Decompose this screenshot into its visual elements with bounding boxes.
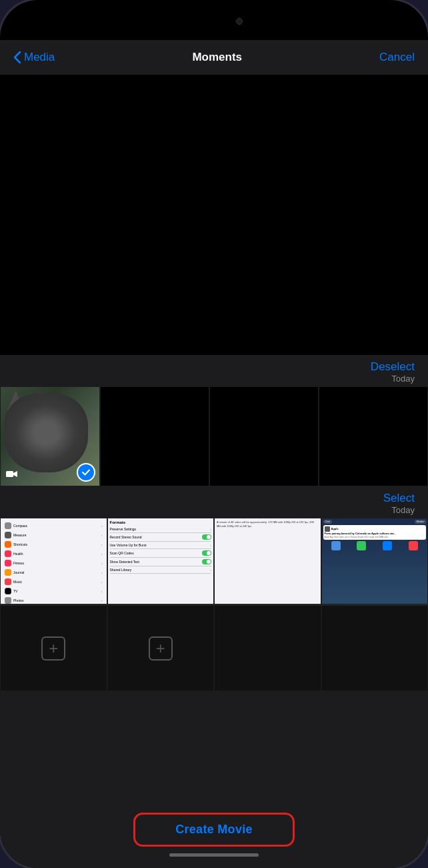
ios-home-screen: Clock Weather Apple Paris pairing banned… <box>322 518 428 604</box>
maps-app-icon <box>357 541 366 550</box>
empty-cell-1[interactable]: + <box>0 605 107 691</box>
screenshot-row: Compass › Measure › Shortcuts › <box>0 518 428 604</box>
settings-item-journal: Journal <box>13 570 101 574</box>
chevron-left-icon <box>13 51 21 64</box>
back-button[interactable]: Media <box>13 51 55 64</box>
settings-screenshot-cell[interactable]: Compass › Measure › Shortcuts › <box>0 518 107 604</box>
weather-widget: Weather <box>415 520 426 524</box>
nav-header: Media Moments Cancel <box>0 40 428 75</box>
wolf-video-cell[interactable] <box>0 386 100 486</box>
formats-row-library: Shared Library › <box>110 566 212 574</box>
settings-icon-tv <box>5 588 11 594</box>
qr-toggle <box>202 550 211 556</box>
settings-item-shortcuts: Shortcuts <box>13 542 101 546</box>
empty-photo-cell-4 <box>319 386 428 486</box>
formats-title: Formats <box>110 520 212 524</box>
settings-icon-shortcuts <box>5 541 11 548</box>
watch-app-icon <box>331 541 341 550</box>
empty-cell-3 <box>214 605 321 691</box>
news-sub: Apple App Store sales rise in Europe des… <box>325 536 425 538</box>
empty-cell-2[interactable]: + <box>107 605 215 691</box>
select-button[interactable]: Select <box>383 492 415 505</box>
settings-item-music: Music <box>13 580 101 584</box>
create-movie-button[interactable]: Create Movie <box>133 813 295 847</box>
news-source: Apple <box>331 528 339 531</box>
wolf-head <box>4 394 88 472</box>
formats-row-burst: Use Volume Up for Burst › <box>110 542 212 549</box>
wolf-thumbnail <box>1 387 99 486</box>
bottom-toolbar: Create Movie <box>0 801 428 868</box>
settings-screen: Compass › Measure › Shortcuts › <box>1 518 107 604</box>
empty-photo-cell-2 <box>100 386 209 486</box>
checkmark-icon <box>81 468 91 477</box>
formats-screen: Formats Preserve Settings › Record Stere… <box>108 518 214 604</box>
back-label: Media <box>24 51 55 64</box>
screen: Media Moments Cancel Deselect Today <box>0 0 428 868</box>
ios-dock <box>323 541 427 550</box>
camera-dot <box>236 18 243 25</box>
plus-icon-1: + <box>41 636 65 661</box>
empty-region <box>0 75 428 355</box>
home-indicator <box>169 853 259 857</box>
clock-widget: Clock <box>323 520 333 524</box>
deselect-section-header: Deselect Today <box>0 355 428 386</box>
svg-rect-0 <box>6 471 13 477</box>
formats-row-text: Show Detected Text <box>110 558 212 566</box>
settings-item-fitness: Fitness <box>13 561 101 565</box>
settings-item-tv: TV <box>13 589 101 593</box>
formats-row-preserve: Preserve Settings › <box>110 526 212 533</box>
apple-news-icon <box>325 526 330 532</box>
settings-icon-measure <box>5 532 11 538</box>
formats-screenshot-cell[interactable]: Formats Preserve Settings › Record Stere… <box>107 518 215 604</box>
settings-item-photos: Photos <box>13 598 101 602</box>
settings-icon-journal <box>5 569 11 576</box>
settings-icon-fitness <box>5 560 11 566</box>
page-title: Moments <box>192 51 242 64</box>
settings-item-measure: Measure <box>13 533 101 537</box>
video-camera-icon <box>6 470 18 480</box>
content-area: Deselect Today <box>0 75 428 868</box>
deselect-date: Today <box>371 374 415 384</box>
store-app-icon <box>383 541 392 550</box>
info-text: A minute of 4K video will be approximate… <box>217 520 319 528</box>
news-card: Apple Paris pairing banned by Colorado a… <box>323 525 427 540</box>
cancel-button[interactable]: Cancel <box>379 51 415 64</box>
settings-icon-music <box>5 578 11 585</box>
formats-row-stereo: Record Stereo Sound <box>110 533 212 542</box>
select-section-header: Select Today <box>0 486 428 518</box>
deselect-button[interactable]: Deselect <box>371 360 415 374</box>
dynamic-island <box>172 9 256 33</box>
formats-row-qr: Scan QR Codes <box>110 549 212 558</box>
settings-icon-photos <box>5 597 11 604</box>
text-toggle <box>202 559 211 564</box>
checkmark-badge <box>77 463 95 482</box>
photo-row-1 <box>0 386 428 486</box>
settings-item-health: Health <box>13 552 101 556</box>
settings-icon-health <box>5 550 11 557</box>
info-screen: A minute of 4K video will be approximate… <box>215 518 321 604</box>
select-date: Today <box>383 505 415 515</box>
settings-item-compass: Compass <box>13 524 101 528</box>
stereo-toggle <box>202 534 211 540</box>
plus-icon-2: + <box>149 636 173 661</box>
empty-cell-4 <box>321 605 429 691</box>
phone-shell: Media Moments Cancel Deselect Today <box>0 0 428 868</box>
bottom-empty-row: + + <box>0 604 428 691</box>
ios-top-bar: Clock Weather <box>323 520 427 524</box>
info-screenshot-cell[interactable]: A minute of 4K video will be approximate… <box>214 518 321 604</box>
settings-icon-compass <box>5 522 11 529</box>
empty-photo-cell-3 <box>209 386 319 486</box>
podcasts-app-icon <box>409 541 418 550</box>
ios-screenshot-cell[interactable]: Clock Weather Apple Paris pairing banned… <box>321 518 429 604</box>
